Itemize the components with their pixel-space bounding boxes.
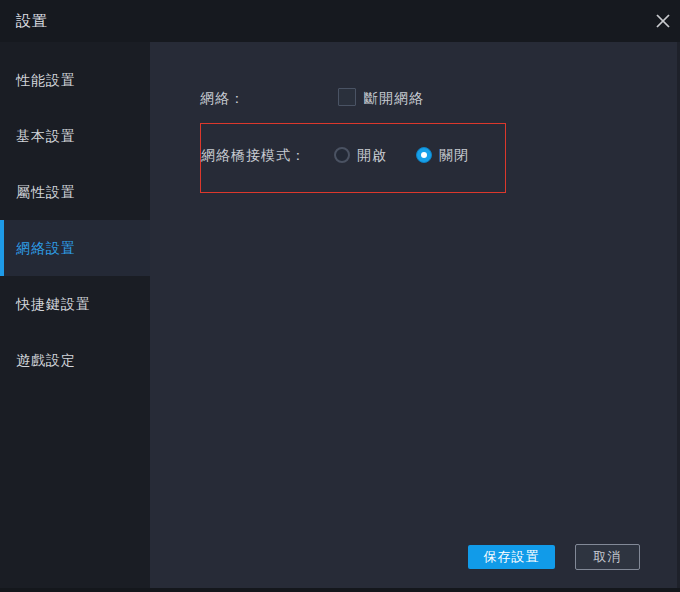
disconnect-network-label: 斷開網絡	[364, 90, 424, 106]
network-label: 網絡：	[200, 90, 245, 106]
window-title: 設置	[16, 0, 48, 42]
sidebar-item-performance[interactable]: 性能設置	[0, 52, 150, 108]
sidebar-item-hotkey[interactable]: 快捷鍵設置	[0, 276, 150, 332]
network-settings-panel: 網絡： 斷開網絡 網絡橋接模式： 開啟 關閉 保存設置 取消	[150, 42, 680, 588]
sidebar-item-game[interactable]: 遊戲設定	[0, 332, 150, 388]
title-bar: 設置	[0, 0, 680, 42]
bridge-mode-label: 網絡橋接模式：	[201, 147, 306, 163]
settings-sidebar: 性能設置 基本設置 屬性設置 網絡設置 快捷鍵設置 遊戲設定	[0, 42, 150, 588]
bridge-off-label: 關閉	[439, 147, 469, 163]
sidebar-item-network[interactable]: 網絡設置	[0, 220, 150, 276]
bridge-off-radio[interactable]	[416, 147, 432, 163]
close-button[interactable]	[653, 11, 673, 31]
close-icon	[655, 13, 671, 29]
save-settings-button[interactable]: 保存設置	[468, 545, 555, 569]
sidebar-item-basic[interactable]: 基本設置	[0, 108, 150, 164]
bridge-on-label: 開啟	[357, 147, 387, 163]
disconnect-network-checkbox[interactable]	[338, 88, 356, 106]
sidebar-item-property[interactable]: 屬性設置	[0, 164, 150, 220]
bridge-on-radio[interactable]	[334, 147, 350, 163]
settings-window: 設置 性能設置 基本設置 屬性設置 網絡設置 快捷鍵設置 遊戲設定 網絡： 斷開…	[0, 0, 680, 592]
cancel-button[interactable]: 取消	[575, 544, 640, 570]
window-bottom-edge	[0, 588, 680, 592]
